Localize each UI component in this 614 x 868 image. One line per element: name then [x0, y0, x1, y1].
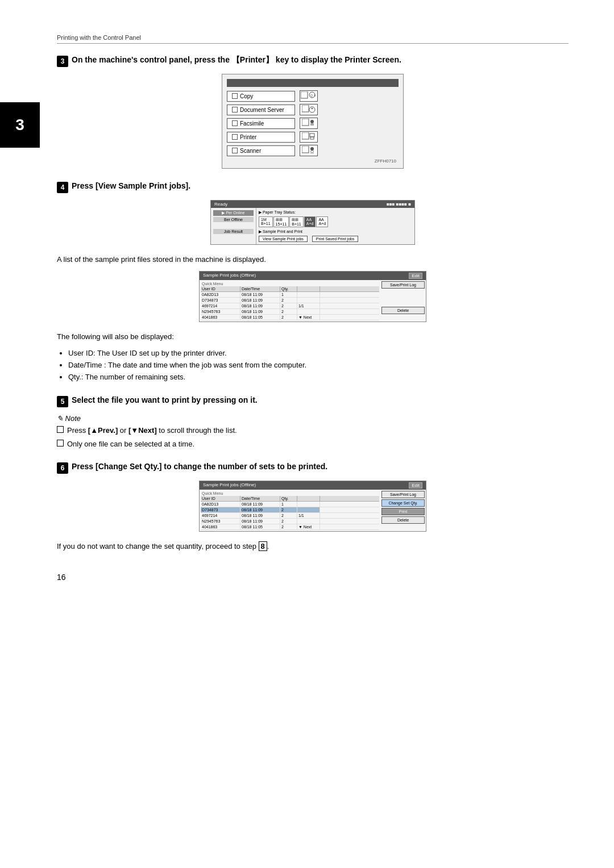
copy-row: Copy Q A — [227, 90, 399, 102]
cell-dt: 08/18 11:09 — [240, 309, 280, 314]
cell2-uid-3: 4697214 — [201, 513, 240, 518]
note-label: ✎ Note — [57, 414, 569, 423]
cell-sel — [297, 298, 320, 303]
job-result-btn: Job Result — [213, 229, 254, 234]
step-sidebar-number: 3 — [0, 102, 40, 148]
cell2-dt-5: 08/18 11:05 — [240, 524, 280, 529]
table-row[interactable]: 4697214 08/18 11:09 2 1/1 — [201, 303, 379, 309]
cell2-dt-2: 08/18 11:09 — [240, 507, 280, 512]
copy-button[interactable]: Copy — [227, 91, 295, 102]
facsimile-button[interactable]: Facsimile — [227, 118, 295, 129]
cell-qty: 2 — [280, 315, 297, 320]
col2-uid: User ID — [201, 496, 240, 501]
table-row-2-4[interactable]: N2945763 08/18 11:09 2 — [201, 519, 379, 524]
svg-rect-11 — [310, 133, 314, 137]
table-row-2-1[interactable]: 0A82D13 08/18 11:09 1 — [201, 502, 379, 507]
ready-right-panel: ▶ Paper Tray Status: 1MB+11 ⊞⊞15+11 ⊞⊞B+… — [256, 208, 414, 244]
doc-server-icon — [232, 107, 238, 112]
cell2-sel-3: 1/1 — [297, 513, 320, 518]
table-row[interactable]: D734873 08/18 11:09 2 — [201, 298, 379, 303]
note-item-2: Only one file can be selected at a time. — [57, 439, 569, 450]
printer-key: 【Printer】 — [232, 55, 273, 64]
table-row-2-3[interactable]: 4697214 08/18 11:09 2 1/1 — [201, 513, 379, 519]
step-5-text: Select the file you want to print by pre… — [72, 395, 258, 404]
note-checkbox-1 — [57, 426, 64, 433]
ready-status: ■■■ ■■■■ ■ — [387, 202, 411, 207]
sample-table-1-right: Save/Print Log Change Set Qty. Print Del… — [380, 280, 426, 322]
scanner-label: Scanner — [240, 148, 261, 154]
ready-body: ▶ Per Online Ber Offline Job Result ▶ Pa… — [211, 208, 414, 244]
scanner-button[interactable]: Scanner — [227, 145, 295, 156]
sample-table-2: Sample Print jobs (Offline) Edit Quick M… — [199, 481, 426, 532]
cell-sel — [297, 292, 320, 297]
cell2-uid-2: D734873 — [201, 507, 240, 512]
scanner-icon — [232, 148, 238, 153]
doc-server-button[interactable]: Document Server — [227, 105, 295, 115]
sample-table-1-body: Quick Menu User ID Date/Time Qty. 0A82D1… — [200, 280, 426, 322]
col2-sel — [297, 496, 320, 501]
facsimile-label: Facsimile — [240, 120, 264, 127]
step-4-body: A list of the sample print files stored … — [57, 254, 569, 265]
copy-label: Copy — [240, 93, 253, 99]
cell2-qty-4: 2 — [280, 519, 297, 524]
cell2-uid-4: N2945763 — [201, 519, 240, 524]
cell-qty: 2 — [280, 303, 297, 308]
svg-text:Q: Q — [310, 94, 313, 97]
table-row-2-2-highlighted[interactable]: D734873 08/18 11:09 2 — [201, 507, 379, 513]
facsimile-row: Facsimile — [227, 118, 399, 129]
ber-offline-btn: Ber Offline — [213, 217, 254, 222]
svg-rect-0 — [301, 91, 308, 98]
cell2-dt-4: 08/18 11:09 — [240, 519, 280, 524]
table-row-2-5[interactable]: 4041863 08/18 11:05 2 ▼ Next — [201, 524, 379, 530]
note-block: ✎ Note Press [▲Prev.] or [▼Next] to scro… — [57, 414, 569, 449]
svg-text:A: A — [314, 94, 316, 97]
sample-table-2-left: Quick Menu User ID Date/Time Qty. 0A82D1… — [200, 490, 380, 531]
table-row[interactable]: 4041863 08/18 11:05 2 ▼ Next — [201, 315, 379, 320]
save-print-log-btn-2[interactable]: Save/Print Log — [381, 491, 425, 498]
cell2-qty-2: 2 — [280, 507, 297, 512]
step-4-following: The following will also be displayed: — [57, 331, 569, 343]
delete-btn-1[interactable]: Delete — [381, 307, 425, 314]
printer-button[interactable]: Printer — [227, 132, 295, 143]
svg-rect-4 — [302, 105, 309, 112]
svg-rect-6 — [302, 119, 309, 126]
table-2-title: Sample Print jobs (Offline) — [203, 482, 256, 489]
table-2-edit-btn[interactable]: Edit — [409, 482, 422, 489]
ready-tabs: 1MB+11 ⊞⊞15+11 ⊞⊞B+11 AAA+d AAA+d — [259, 216, 412, 227]
cell2-sel-1 — [297, 502, 320, 507]
save-print-log-btn[interactable]: Save/Print Log — [381, 281, 425, 289]
table-row[interactable]: N2945763 08/18 11:09 2 — [201, 309, 379, 315]
sample-print-label: ▶ Sample Print and Print — [259, 229, 412, 234]
doc-server-row: Document Server — [227, 104, 399, 115]
ready-label: Ready — [214, 202, 227, 207]
table-1-edit-btn[interactable]: Edit — [409, 273, 422, 279]
tab-1m: 1MB+11 — [259, 216, 273, 227]
printer-label: Printer — [240, 134, 256, 140]
table-2-cols: User ID Date/Time Qty. — [201, 496, 379, 502]
screen-caption: ZFFH0710 — [227, 158, 399, 164]
cell-qty: 2 — [280, 309, 297, 314]
cell2-sel-2 — [297, 507, 320, 512]
print-btn-2[interactable]: Print — [381, 508, 425, 515]
printer-row: Printer — [227, 131, 399, 143]
doc-server-right-icon — [300, 104, 318, 115]
cell2-dt-3: 08/18 11:09 — [240, 513, 280, 518]
doc-server-label: Document Server — [240, 107, 284, 113]
printer-screen-mockup: Copy Q A Document Server — [222, 74, 404, 169]
note-text-1: Press [▲Prev.] or [▼Next] to scroll thro… — [67, 425, 237, 436]
col-uid: User ID — [201, 286, 240, 291]
view-sample-btn[interactable]: View Sample Print jobs — [259, 236, 308, 242]
sample-table-1-header: Sample Print jobs (Offline) Edit — [200, 272, 426, 280]
sample-table-2-right: Save/Print Log Change Set Qty. Print Del… — [380, 490, 426, 531]
facsimile-icon — [232, 120, 238, 126]
print-saved-btn[interactable]: Print Saved Print jobs — [312, 236, 358, 242]
table-row[interactable]: 0A82D13 08/18 11:09 1 — [201, 292, 379, 298]
delete-btn-2[interactable]: Delete — [381, 516, 425, 524]
cell2-qty-5: 2 — [280, 524, 297, 529]
step-6-heading: 6 Press [Change Set Qty.] to change the … — [57, 462, 569, 474]
tab-2b: ⊞⊞15+11 — [273, 216, 289, 227]
change-set-qty-btn-2[interactable]: Change Set Qty. — [381, 499, 425, 507]
note-checkbox-2 — [57, 440, 64, 446]
cell-qty: 2 — [280, 298, 297, 303]
col-qty: Qty. — [280, 286, 297, 291]
